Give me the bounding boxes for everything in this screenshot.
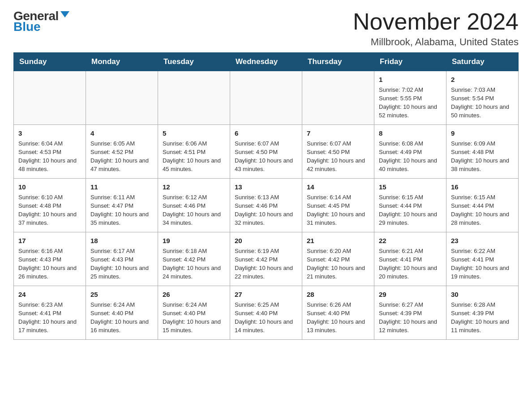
weekday-header-wednesday: Wednesday [230, 53, 302, 71]
day-number: 22 [379, 236, 442, 245]
day-number: 28 [307, 290, 369, 299]
location-label: Millbrook, Alabama, United States [353, 36, 519, 48]
day-number: 12 [163, 182, 225, 192]
day-number: 6 [235, 128, 297, 138]
calendar-day-cell: 8Sunrise: 6:08 AM Sunset: 4:49 PM Daylig… [374, 125, 446, 179]
day-number: 9 [451, 128, 514, 138]
calendar-week-row: 3Sunrise: 6:04 AM Sunset: 4:53 PM Daylig… [14, 125, 519, 179]
weekday-header-row: SundayMondayTuesdayWednesdayThursdayFrid… [14, 53, 519, 71]
calendar-day-cell: 12Sunrise: 6:12 AM Sunset: 4:46 PM Dayli… [158, 179, 230, 232]
day-number: 10 [18, 182, 81, 192]
day-info: Sunrise: 6:22 AM Sunset: 4:41 PM Dayligh… [451, 248, 509, 280]
calendar-body: 1Sunrise: 7:02 AM Sunset: 5:55 PM Daylig… [14, 71, 519, 340]
day-info: Sunrise: 6:18 AM Sunset: 4:42 PM Dayligh… [163, 248, 221, 280]
day-info: Sunrise: 6:26 AM Sunset: 4:40 PM Dayligh… [307, 301, 365, 334]
calendar-day-cell: 5Sunrise: 6:06 AM Sunset: 4:51 PM Daylig… [158, 125, 230, 179]
day-info: Sunrise: 6:27 AM Sunset: 4:39 PM Dayligh… [379, 301, 437, 334]
page-header: General Blue November 2024 Millbrook, Al… [13, 9, 519, 48]
day-info: Sunrise: 6:11 AM Sunset: 4:47 PM Dayligh… [90, 194, 149, 226]
day-number: 4 [90, 128, 153, 138]
day-info: Sunrise: 6:24 AM Sunset: 4:40 PM Dayligh… [163, 301, 221, 334]
calendar-day-cell: 25Sunrise: 6:24 AM Sunset: 4:40 PM Dayli… [86, 286, 158, 340]
day-number: 8 [379, 128, 442, 138]
logo-triangle-icon [60, 11, 69, 17]
day-number: 18 [90, 236, 153, 245]
calendar-day-cell: 14Sunrise: 6:14 AM Sunset: 4:45 PM Dayli… [302, 179, 374, 232]
calendar-day-cell: 10Sunrise: 6:10 AM Sunset: 4:48 PM Dayli… [14, 179, 86, 232]
day-number: 5 [163, 128, 225, 138]
day-info: Sunrise: 6:08 AM Sunset: 4:49 PM Dayligh… [379, 140, 437, 172]
weekday-header-monday: Monday [86, 53, 158, 71]
weekday-header-saturday: Saturday [446, 53, 519, 71]
calendar-table: SundayMondayTuesdayWednesdayThursdayFrid… [13, 52, 519, 340]
day-number: 15 [379, 182, 442, 192]
calendar-day-cell: 29Sunrise: 6:27 AM Sunset: 4:39 PM Dayli… [374, 286, 446, 340]
logo: General Blue [13, 9, 69, 34]
day-info: Sunrise: 6:05 AM Sunset: 4:52 PM Dayligh… [90, 140, 149, 172]
day-number: 7 [307, 128, 369, 138]
day-info: Sunrise: 6:21 AM Sunset: 4:41 PM Dayligh… [379, 248, 437, 280]
day-info: Sunrise: 6:13 AM Sunset: 4:46 PM Dayligh… [235, 194, 293, 226]
day-number: 25 [90, 290, 153, 299]
day-info: Sunrise: 6:14 AM Sunset: 4:45 PM Dayligh… [307, 194, 365, 226]
day-info: Sunrise: 6:07 AM Sunset: 4:50 PM Dayligh… [235, 140, 293, 172]
day-info: Sunrise: 6:16 AM Sunset: 4:43 PM Dayligh… [18, 248, 77, 280]
calendar-day-cell: 13Sunrise: 6:13 AM Sunset: 4:46 PM Dayli… [230, 179, 302, 232]
day-number: 29 [379, 290, 442, 299]
day-number: 13 [235, 182, 297, 192]
day-info: Sunrise: 6:28 AM Sunset: 4:39 PM Dayligh… [451, 301, 509, 334]
day-number: 20 [235, 236, 297, 245]
day-number: 11 [90, 182, 153, 192]
day-number: 19 [163, 236, 225, 245]
calendar-day-cell: 9Sunrise: 6:09 AM Sunset: 4:48 PM Daylig… [446, 125, 519, 179]
day-info: Sunrise: 6:19 AM Sunset: 4:42 PM Dayligh… [235, 248, 293, 280]
day-info: Sunrise: 6:04 AM Sunset: 4:53 PM Dayligh… [18, 140, 77, 172]
calendar-day-cell [158, 71, 230, 125]
day-number: 24 [18, 290, 81, 299]
calendar-day-cell: 22Sunrise: 6:21 AM Sunset: 4:41 PM Dayli… [374, 232, 446, 286]
calendar-day-cell: 21Sunrise: 6:20 AM Sunset: 4:42 PM Dayli… [302, 232, 374, 286]
logo-blue-text: Blue [13, 20, 41, 34]
calendar-day-cell: 17Sunrise: 6:16 AM Sunset: 4:43 PM Dayli… [14, 232, 86, 286]
day-number: 17 [18, 236, 81, 245]
day-number: 2 [451, 75, 514, 84]
calendar-day-cell: 15Sunrise: 6:15 AM Sunset: 4:44 PM Dayli… [374, 179, 446, 232]
day-number: 16 [451, 182, 514, 192]
calendar-day-cell: 6Sunrise: 6:07 AM Sunset: 4:50 PM Daylig… [230, 125, 302, 179]
calendar-week-row: 17Sunrise: 6:16 AM Sunset: 4:43 PM Dayli… [14, 232, 519, 286]
calendar-day-cell [302, 71, 374, 125]
calendar-day-cell: 2Sunrise: 7:03 AM Sunset: 5:54 PM Daylig… [446, 71, 519, 125]
calendar-week-row: 10Sunrise: 6:10 AM Sunset: 4:48 PM Dayli… [14, 179, 519, 232]
day-number: 26 [163, 290, 225, 299]
weekday-header-friday: Friday [374, 53, 446, 71]
day-info: Sunrise: 6:12 AM Sunset: 4:46 PM Dayligh… [163, 194, 221, 226]
day-number: 30 [451, 290, 514, 299]
calendar-day-cell [86, 71, 158, 125]
calendar-day-cell: 28Sunrise: 6:26 AM Sunset: 4:40 PM Dayli… [302, 286, 374, 340]
calendar-day-cell: 7Sunrise: 6:07 AM Sunset: 4:50 PM Daylig… [302, 125, 374, 179]
calendar-day-cell: 16Sunrise: 6:15 AM Sunset: 4:44 PM Dayli… [446, 179, 519, 232]
day-number: 27 [235, 290, 297, 299]
calendar-day-cell: 11Sunrise: 6:11 AM Sunset: 4:47 PM Dayli… [86, 179, 158, 232]
calendar-day-cell: 4Sunrise: 6:05 AM Sunset: 4:52 PM Daylig… [86, 125, 158, 179]
day-info: Sunrise: 6:15 AM Sunset: 4:44 PM Dayligh… [451, 194, 509, 226]
calendar-week-row: 1Sunrise: 7:02 AM Sunset: 5:55 PM Daylig… [14, 71, 519, 125]
day-number: 14 [307, 182, 369, 192]
calendar-day-cell: 20Sunrise: 6:19 AM Sunset: 4:42 PM Dayli… [230, 232, 302, 286]
calendar-day-cell [230, 71, 302, 125]
day-number: 21 [307, 236, 369, 245]
day-info: Sunrise: 6:15 AM Sunset: 4:44 PM Dayligh… [379, 194, 437, 226]
calendar-day-cell [14, 71, 86, 125]
calendar-day-cell: 1Sunrise: 7:02 AM Sunset: 5:55 PM Daylig… [374, 71, 446, 125]
calendar-day-cell: 19Sunrise: 6:18 AM Sunset: 4:42 PM Dayli… [158, 232, 230, 286]
day-number: 3 [18, 128, 81, 138]
day-info: Sunrise: 6:10 AM Sunset: 4:48 PM Dayligh… [18, 194, 77, 226]
calendar-day-cell: 23Sunrise: 6:22 AM Sunset: 4:41 PM Dayli… [446, 232, 519, 286]
month-title: November 2024 [353, 9, 519, 34]
weekday-header-thursday: Thursday [302, 53, 374, 71]
day-info: Sunrise: 6:24 AM Sunset: 4:40 PM Dayligh… [90, 301, 149, 334]
calendar-day-cell: 27Sunrise: 6:25 AM Sunset: 4:40 PM Dayli… [230, 286, 302, 340]
day-info: Sunrise: 7:02 AM Sunset: 5:55 PM Dayligh… [379, 86, 437, 119]
calendar-day-cell: 26Sunrise: 6:24 AM Sunset: 4:40 PM Dayli… [158, 286, 230, 340]
day-info: Sunrise: 6:23 AM Sunset: 4:41 PM Dayligh… [18, 301, 77, 334]
